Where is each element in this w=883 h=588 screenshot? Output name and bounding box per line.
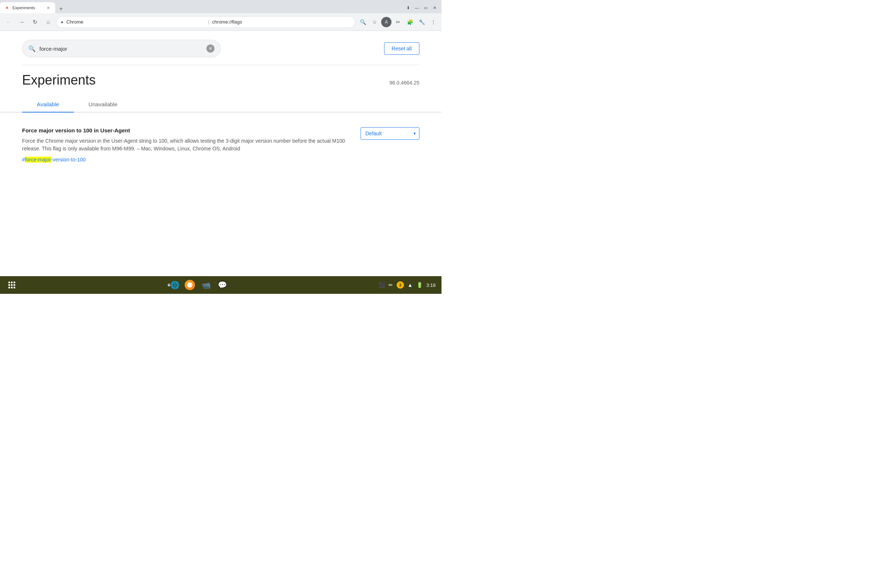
search-input[interactable] [39, 46, 203, 52]
taskbar-battery-icon[interactable]: 🔋 [416, 282, 423, 288]
bookmark-button[interactable]: ☆ [369, 17, 380, 27]
svg-point-3 [9, 284, 10, 286]
svg-point-0 [9, 282, 10, 284]
close-button[interactable]: ✕ [431, 4, 438, 12]
forward-button[interactable]: → [16, 16, 27, 28]
taskbar-wifi-icon[interactable]: ▲ [408, 282, 413, 288]
taskbar-left [6, 279, 18, 291]
flag-link-highlight: force-major [25, 157, 51, 162]
window-controls: ⬇ — ▭ ✕ [404, 4, 442, 13]
taskbar-pen-icon[interactable]: ✏ [389, 282, 393, 288]
taskbar-screen-icon[interactable]: ⬛ [378, 282, 385, 288]
flag-dropdown-wrapper: Default Enabled Disabled ▾ [360, 127, 419, 140]
page-title: Experiments [22, 72, 96, 88]
tab-bar: 🔺 Experiments ✕ + ⬇ — ▭ ✕ [0, 0, 442, 13]
taskbar-center: 🌐 📹 💬 [18, 279, 378, 291]
page-content: 🔍 ✕ Reset all Experiments 96.0.4664.25 A… [0, 31, 442, 276]
taskbar-launcher[interactable] [6, 279, 18, 291]
taskbar-app-2[interactable] [184, 279, 196, 291]
svg-point-1 [11, 282, 13, 284]
address-url: chrome://flags [212, 19, 351, 25]
taskbar-chrome-icon[interactable]: 🌐 [168, 279, 180, 291]
extensions-icon[interactable]: 🧩 [405, 17, 415, 27]
flag-link-suffix: -version-to-100 [51, 157, 86, 162]
svg-point-5 [14, 284, 15, 286]
svg-point-4 [11, 284, 13, 286]
address-protocol: Chrome [66, 19, 205, 25]
flag-description: Force the Chrome major version in the Us… [22, 137, 346, 153]
tab-favicon: 🔺 [5, 5, 10, 10]
svg-point-8 [14, 287, 15, 289]
tabs-bar: Available Unavailable [0, 97, 442, 112]
flag-dropdown[interactable]: Default Enabled Disabled [360, 127, 419, 140]
search-magnifier-icon: 🔍 [29, 45, 36, 52]
tab-available[interactable]: Available [22, 97, 74, 112]
taskbar-time: 3:18 [426, 282, 435, 288]
flag-anchor-link[interactable]: #force-major-version-to-100 [22, 157, 86, 162]
secure-icon: ● [61, 20, 63, 25]
taskbar-notification-icon[interactable]: 3 [396, 281, 404, 289]
tab-title: Experiments [12, 6, 43, 10]
extension2-icon[interactable]: 🔧 [416, 17, 427, 27]
maximize-button[interactable]: ▭ [422, 4, 430, 12]
download-button[interactable]: ⬇ [404, 4, 412, 12]
address-separator: | [208, 19, 209, 25]
flag-dropdown-container: Default Enabled Disabled ▾ [360, 127, 419, 140]
back-button[interactable]: ← [3, 16, 14, 28]
search-clear-button[interactable]: ✕ [206, 45, 215, 52]
flag-info: Force major version to 100 in User-Agent… [22, 127, 346, 163]
tab-close-button[interactable]: ✕ [46, 5, 51, 10]
search-area: 🔍 ✕ Reset all [0, 31, 442, 57]
taskbar: 🌐 📹 💬 ⬛ ✏ 3 ▲ 🔋 3:18 [0, 276, 442, 294]
scissors-icon[interactable]: ✂ [393, 17, 403, 27]
svg-point-2 [14, 282, 15, 284]
taskbar-chat-icon[interactable]: 💬 [216, 279, 228, 291]
toolbar: ← → ↻ ⌂ ● Chrome | chrome://flags 🔍 ☆ A … [0, 13, 442, 31]
flags-list: Force major version to 100 in User-Agent… [0, 112, 442, 178]
account-button[interactable]: A [381, 17, 392, 27]
main-heading: Experiments 96.0.4664.25 [0, 65, 442, 88]
browser-frame: 🔺 Experiments ✕ + ⬇ — ▭ ✕ ← → ↻ ⌂ ● Chro… [0, 0, 442, 294]
address-bar[interactable]: ● Chrome | chrome://flags [56, 16, 355, 28]
taskbar-right: ⬛ ✏ 3 ▲ 🔋 3:18 [378, 281, 435, 289]
active-tab[interactable]: 🔺 Experiments ✕ [0, 2, 55, 13]
toolbar-icons: 🔍 ☆ A ✂ 🧩 🔧 ⋮ [357, 17, 438, 27]
search-icon-button[interactable]: 🔍 [357, 17, 368, 27]
menu-button[interactable]: ⋮ [428, 17, 438, 27]
home-button[interactable]: ⌂ [43, 16, 54, 28]
chrome-icon-svg [168, 280, 170, 290]
taskbar-meet-icon[interactable]: 📹 [200, 279, 212, 291]
launcher-icon [8, 280, 16, 290]
reset-all-button[interactable]: Reset all [384, 42, 419, 55]
tab-unavailable[interactable]: Unavailable [74, 97, 132, 112]
version-text: 96.0.4664.25 [389, 80, 419, 86]
flag-link-prefix: # [22, 157, 25, 162]
flag-item: Force major version to 100 in User-Agent… [22, 122, 419, 169]
reload-button[interactable]: ↻ [29, 16, 41, 28]
svg-point-6 [9, 287, 10, 289]
minimize-button[interactable]: — [413, 4, 421, 12]
new-tab-button[interactable]: + [57, 4, 66, 13]
search-box: 🔍 ✕ [22, 40, 221, 57]
flag-title: Force major version to 100 in User-Agent [22, 127, 346, 134]
svg-point-7 [11, 287, 13, 289]
